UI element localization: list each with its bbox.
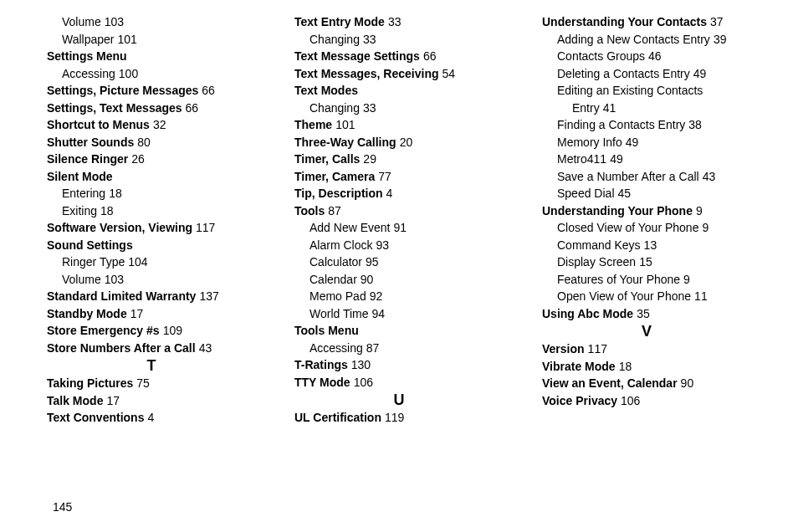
index-entry: Using Abc Mode35 [542,305,751,323]
index-entry: Editing an Existing Contacts [542,82,751,100]
index-entry-page: 75 [136,376,150,390]
index-entry-label: Store Emergency #s [47,324,160,337]
index-entry-label: Three-Way Calling [294,136,396,149]
index-entry-page: 119 [385,411,404,424]
index-entry-page: 92 [370,289,383,303]
index-entry-label: Changing [309,33,360,46]
index-entry-label: Accessing [309,341,363,355]
index-entry-page: 37 [710,15,724,28]
index-entry-label: UL Certification [294,411,381,424]
index-entry-page: 80 [137,136,151,149]
index-entry: Wallpaper101 [47,31,256,49]
index-entry: Taking Pictures75 [47,375,256,392]
index-entry: Talk Mode17 [47,392,256,410]
index-entry-page: 13 [644,238,657,252]
index-entry: Deleting a Contacts Entry49 [542,65,751,83]
index-entry-label: Features of Your Phone [557,273,680,286]
index-entry-label: Metro411 [557,152,606,166]
index-entry-label: Tip, Description [294,187,383,200]
index-entry: Standby Mode17 [47,305,256,323]
index-entry-label: Add New Event [309,221,391,234]
index-entry-page: 41 [603,101,616,115]
index-entry-page: 91 [394,221,407,234]
index-entry-label: Store Numbers After a Call [47,341,196,355]
index-entry-label: Volume [62,273,101,286]
index-entry: Display Screen15 [542,253,751,271]
index-entry-label: Vibrate Mode [542,360,616,373]
index-entry-label: Timer, Calls [294,152,360,166]
index-entry: Shutter Sounds80 [47,134,256,151]
index-entry-page: 29 [363,152,376,166]
index-entry: World Time94 [294,305,504,323]
index-entry-page: 103 [105,273,124,286]
index-entry: Store Emergency #s109 [47,322,256,340]
index-entry: UL Certification119 [294,409,504,427]
index-entry: Text Entry Mode33 [294,13,504,31]
index-entry-label: Memory Info [557,136,622,149]
index-entry-label: Tools Menu [294,324,359,337]
index-entry-label: World Time [309,307,369,320]
index-entry-label: Finding a Contacts Entry [557,118,685,131]
index-entry: Silence Ringer26 [47,151,256,168]
index-entry-label: Exiting [62,204,97,217]
index-entry-page: 49 [610,152,623,166]
index-entry-page: 9 [702,221,708,234]
index-entry-page: 38 [688,118,702,131]
index-entry-label: TTY Mode [294,376,350,389]
index-entry: Metro41149 [542,151,751,168]
index-entry-page: 66 [186,101,199,115]
index-entry-page: 33 [363,33,376,46]
index-entry-page: 54 [442,67,455,80]
index-entry-page: 11 [694,289,708,303]
index-entry-page: 137 [199,289,218,303]
index-entry-page: 46 [648,49,662,63]
index-entry: Understanding Your Contacts37 [542,13,751,31]
index-entry-page: 106 [354,376,373,389]
index-column-2: Text Entry Mode33Changing33Text Message … [294,13,504,427]
index-entry: Shortcut to Menus32 [47,116,256,134]
index-entry: Changing33 [294,100,504,117]
index-entry-label: Settings, Picture Messages [47,84,198,97]
index-entry: TTY Mode106 [294,374,504,391]
index-entry-label: Understanding Your Contacts [542,15,707,28]
index-entry: Voice Privacy106 [542,392,751,410]
index-entry: Speed Dial45 [542,185,751,202]
index-entry: Store Numbers After a Call43 [47,340,256,357]
index-entry-label: Software Version, Viewing [47,221,192,234]
index-entry: Settings, Picture Messages66 [47,82,256,100]
index-entry-page: 103 [105,15,124,28]
index-entry: Timer, Camera77 [294,168,504,186]
index-entry: Text Messages, Receiving54 [294,65,504,83]
index-entry: Entry41 [542,100,751,117]
index-entry-label: Alarm Clock [309,238,372,252]
index-entry-label: Ringer Type [62,255,125,269]
index-entry: Timer, Calls29 [294,151,504,168]
index-entry-page: 43 [703,170,716,183]
index-entry-label: Wallpaper [62,33,115,46]
index-entry-page: 117 [588,342,607,356]
index-entry-label: Taking Pictures [47,376,133,390]
index-entry-page: 106 [621,394,640,407]
index-entry-page: 95 [366,255,379,269]
index-entry-label: Editing an Existing Contacts [557,84,703,97]
index-entry-label: Volume [62,15,101,28]
index-section-letter: T [47,356,256,375]
index-entry: Calendar90 [294,271,504,289]
index-entry-label: Shortcut to Menus [47,118,150,131]
index-entry-page: 66 [202,84,215,97]
index-entry-page: 33 [388,15,402,28]
index-entry: Memo Pad92 [294,288,504,305]
index-entry-label: Display Screen [557,255,636,269]
index-entry-page: 20 [400,136,413,149]
index-entry: Tools Menu [294,322,504,340]
index-entry-page: 9 [696,204,703,217]
index-entry-page: 39 [714,33,727,46]
index-entry-label: Timer, Camera [294,170,375,183]
index-entry-label: Text Modes [294,84,358,97]
index-entry-label: Settings, Text Messages [47,101,182,115]
index-entry-label: Open View of Your Phone [557,289,691,303]
index-entry-label: Changing [309,101,360,115]
index-entry-label: Save a Number After a Call [557,170,699,183]
index-entry-label: T-Ratings [294,358,348,371]
index-page: Volume103Wallpaper101Settings MenuAccess… [0,0,798,427]
